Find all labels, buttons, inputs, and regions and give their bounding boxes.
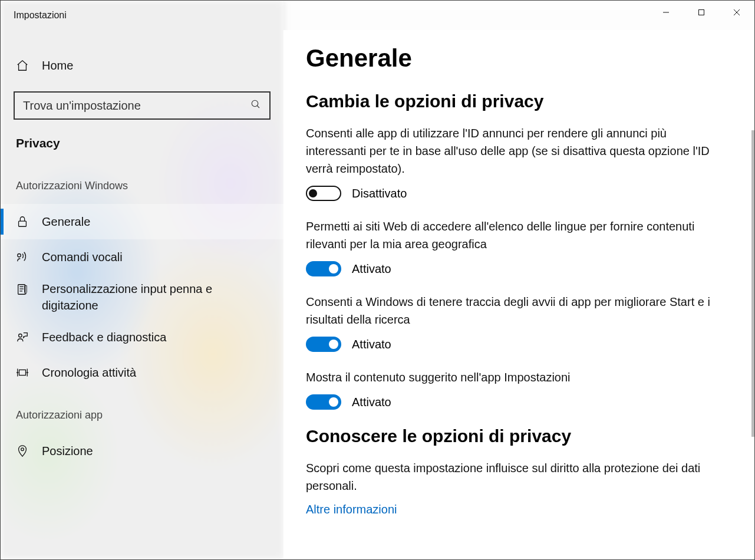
setting-advertising-id-desc: Consenti alle app di utilizzare l'ID ann… <box>306 124 718 177</box>
setting-app-launch-tracking-toggle[interactable] <box>306 337 341 352</box>
inking-icon <box>16 283 29 296</box>
sidebar-item-label: Cronologia attività <box>42 366 136 380</box>
sidebar-item-home[interactable]: Home <box>1 48 283 83</box>
svg-rect-8 <box>18 285 25 295</box>
sidebar-item-label: Generale <box>42 215 90 229</box>
svg-line-5 <box>257 106 259 108</box>
svg-rect-1 <box>699 10 704 15</box>
setting-language-list-toggle[interactable] <box>306 261 341 276</box>
close-button[interactable] <box>719 1 754 24</box>
content-area: Generale Cambia le opzioni di privacy Co… <box>283 30 754 559</box>
scrollbar[interactable] <box>751 130 754 437</box>
svg-point-4 <box>252 100 258 107</box>
setting-language-list-desc: Permetti ai siti Web di accedere all'ele… <box>306 218 718 253</box>
maximize-button[interactable] <box>684 1 719 24</box>
sidebar-group-app-permissions: Autorizzazioni app <box>1 390 283 433</box>
activity-history-icon <box>16 366 29 379</box>
setting-suggested-content-desc: Mostra il contenuto suggerito nell'app I… <box>306 368 718 386</box>
svg-rect-6 <box>19 221 27 226</box>
sidebar: Home Trova un'impostazione Privacy Autor… <box>1 30 283 559</box>
page-title: Generale <box>306 44 732 73</box>
home-icon <box>16 59 29 72</box>
sidebar-item-generale[interactable]: Generale <box>1 204 283 239</box>
setting-app-launch-tracking-toggle-row: Attivato <box>306 337 732 352</box>
minimize-button[interactable] <box>648 1 684 24</box>
svg-point-18 <box>21 448 24 451</box>
toggle-state-label: Attivato <box>352 262 391 276</box>
titlebar: Impostazioni <box>1 1 754 30</box>
setting-language-list-toggle-row: Attivato <box>306 261 732 276</box>
home-label: Home <box>42 59 73 73</box>
sidebar-item-feedback[interactable]: Feedback e diagnostica <box>1 319 283 355</box>
section-learn-privacy-title: Conoscere le opzioni di privacy <box>306 426 732 446</box>
toggle-state-label: Attivato <box>352 396 391 409</box>
setting-advertising-id-toggle-row: Disattivato <box>306 186 732 201</box>
sidebar-section-privacy: Privacy <box>1 126 283 161</box>
sidebar-item-comandi-vocali[interactable]: Comandi vocali <box>1 239 283 275</box>
sidebar-item-label: Comandi vocali <box>42 251 123 264</box>
window-controls <box>648 1 754 24</box>
search-placeholder: Trova un'impostazione <box>23 99 250 113</box>
sidebar-group-windows-permissions: Autorizzazioni Windows <box>1 161 283 204</box>
svg-point-12 <box>19 334 22 338</box>
setting-advertising-id-toggle[interactable] <box>306 186 341 201</box>
sidebar-item-posizione[interactable]: Posizione <box>1 433 283 469</box>
search-input[interactable]: Trova un'impostazione <box>14 91 271 120</box>
toggle-state-label: Attivato <box>352 338 391 351</box>
feedback-icon <box>16 331 29 344</box>
section-learn-privacy-desc: Scopri come questa impostazione influisc… <box>306 459 732 495</box>
sidebar-item-cronologia[interactable]: Cronologia attività <box>1 355 283 390</box>
sidebar-item-label: Personalizzazione input penna e digitazi… <box>42 281 268 314</box>
section-privacy-options-title: Cambia le opzioni di privacy <box>306 91 732 111</box>
sidebar-item-label: Posizione <box>42 444 93 458</box>
setting-suggested-content-toggle[interactable] <box>306 394 341 410</box>
toggle-state-label: Disattivato <box>352 187 407 200</box>
svg-point-7 <box>18 254 21 258</box>
speech-icon <box>16 251 29 263</box>
search-icon <box>250 99 261 113</box>
setting-app-launch-tracking-desc: Consenti a Windows di tenere traccia deg… <box>306 293 718 328</box>
lock-icon <box>16 215 29 228</box>
setting-suggested-content-toggle-row: Attivato <box>306 394 732 410</box>
sidebar-item-personalizzazione-input[interactable]: Personalizzazione input penna e digitazi… <box>1 275 283 319</box>
svg-rect-15 <box>19 370 26 375</box>
sidebar-item-label: Feedback e diagnostica <box>42 331 166 344</box>
location-icon <box>16 444 29 457</box>
learn-more-link[interactable]: Altre informazioni <box>306 503 732 516</box>
window-title: Impostazioni <box>1 10 67 21</box>
